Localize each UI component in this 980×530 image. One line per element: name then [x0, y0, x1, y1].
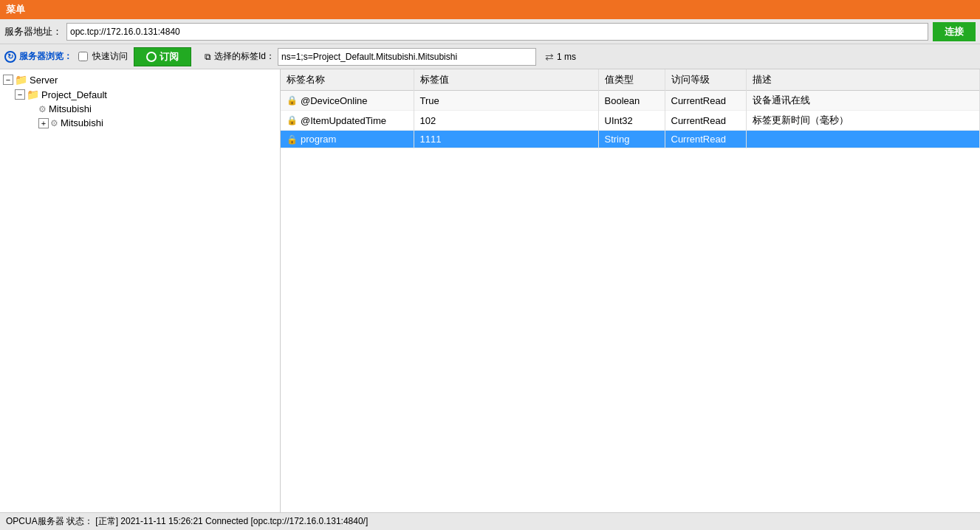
interval-icon: ⇄	[545, 51, 554, 63]
tag-name-text: program	[301, 134, 336, 145]
table-body: 🔒 @DeviceOnline True Boolean CurrentRead…	[281, 91, 980, 148]
status-label: OPCUA服务器 状态： [正常] 2021-11-11 15:26:21 Co…	[6, 515, 368, 528]
connect-button[interactable]: 连接	[933, 22, 976, 41]
address-input[interactable]	[66, 23, 928, 41]
tag-name-text: @DeviceOnline	[301, 95, 368, 106]
tag-id-label-text: 选择的标签Id：	[214, 50, 275, 63]
toolbar: ↻ 服务器浏览： 快速访问 订阅 ⧉ 选择的标签Id： ⇄ 1 ms	[0, 44, 980, 69]
table-row[interactable]: 🔒 @ItemUpdatedTime 102 UInt32 CurrentRea…	[281, 111, 980, 131]
cell-type: String	[598, 131, 665, 148]
interval-value: 1 ms	[557, 52, 576, 62]
cell-access: CurrentRead	[665, 111, 746, 131]
tag-id-input[interactable]	[278, 48, 536, 66]
node-icon: ⚙	[38, 104, 47, 114]
cell-name: 🔒 program	[281, 131, 414, 148]
col-header-desc: 描述	[746, 69, 980, 91]
subscribe-icon	[146, 52, 157, 62]
cell-type: UInt32	[598, 111, 665, 131]
tree-item-project-default[interactable]: −📁Project_Default	[0, 87, 280, 102]
expand-icon[interactable]: −	[15, 89, 25, 100]
address-bar: 服务器地址： 连接	[0, 19, 980, 44]
server-browser-section: ↻ 服务器浏览：	[4, 50, 72, 63]
lock-icon: 🔒	[287, 115, 298, 125]
lock-icon: 🔒	[287, 134, 298, 145]
main-content: −📁Server−📁Project_Default⚙Mitsubishi+⚙Mi…	[0, 69, 980, 512]
quick-access-checkbox[interactable]	[78, 52, 88, 61]
title-bar: 菜单	[0, 0, 980, 19]
tag-name-text: @ItemUpdatedTime	[301, 115, 386, 126]
tree-item-mitsubishi-child[interactable]: +⚙Mitsubishi	[0, 116, 280, 130]
table-row[interactable]: 🔒 program 1111 String CurrentRead	[281, 131, 980, 148]
folder-icon: 📁	[27, 89, 39, 100]
tree-label: Mitsubishi	[49, 103, 92, 114]
refresh-icon[interactable]: ↻	[4, 51, 16, 63]
expand-icon[interactable]: −	[3, 75, 13, 85]
address-label: 服务器地址：	[4, 25, 62, 38]
quick-access-label: 快速访问	[92, 50, 128, 63]
subscribe-label: 订阅	[160, 50, 179, 63]
tree-label: Project_Default	[41, 89, 107, 100]
col-header-type: 值类型	[598, 69, 665, 91]
tree-item-mitsubishi-parent[interactable]: ⚙Mitsubishi	[0, 102, 280, 116]
status-bar: OPCUA服务器 状态： [正常] 2021-11-11 15:26:21 Co…	[0, 512, 980, 530]
node-icon: ⚙	[50, 118, 58, 128]
cell-type: Boolean	[598, 91, 665, 111]
tree-label: Mitsubishi	[61, 117, 103, 128]
server-browser-label-text: 服务器浏览：	[19, 50, 72, 63]
cell-desc: 标签更新时间（毫秒）	[746, 111, 980, 131]
cell-desc	[746, 131, 980, 148]
interval-display: ⇄ 1 ms	[545, 51, 576, 63]
col-header-name: 标签名称	[281, 69, 414, 91]
lock-icon: 🔒	[287, 95, 298, 106]
table-header-row: 标签名称 标签值 值类型 访问等级 描述	[281, 69, 980, 91]
tag-id-section: ⧉ 选择的标签Id：	[205, 48, 536, 66]
cell-access: CurrentRead	[665, 91, 746, 111]
cell-name: 🔒 @DeviceOnline	[281, 91, 414, 111]
cell-value: 102	[414, 111, 598, 131]
col-header-access: 访问等级	[665, 69, 746, 91]
folder-icon: 📁	[15, 74, 27, 86]
cell-value: True	[414, 91, 598, 111]
title-label: 菜单	[6, 3, 25, 16]
left-panel-tree: −📁Server−📁Project_Default⚙Mitsubishi+⚙Mi…	[0, 69, 281, 512]
tree-label: Server	[30, 75, 58, 86]
tree-item-server[interactable]: −📁Server	[0, 72, 280, 87]
data-table: 标签名称 标签值 值类型 访问等级 描述 🔒 @DeviceOnline Tru…	[281, 69, 980, 148]
expand-icon[interactable]: +	[38, 118, 49, 128]
cell-name: 🔒 @ItemUpdatedTime	[281, 111, 414, 131]
col-header-value: 标签值	[414, 69, 598, 91]
cell-value: 1111	[414, 131, 598, 148]
tag-id-copy-icon: ⧉	[205, 52, 211, 62]
table-row[interactable]: 🔒 @DeviceOnline True Boolean CurrentRead…	[281, 91, 980, 111]
cell-access: CurrentRead	[665, 131, 746, 148]
right-panel-table: 标签名称 标签值 值类型 访问等级 描述 🔒 @DeviceOnline Tru…	[281, 69, 980, 512]
quick-access-checkbox-section: 快速访问	[78, 50, 128, 63]
subscribe-button[interactable]: 订阅	[134, 47, 191, 66]
cell-desc: 设备通讯在线	[746, 91, 980, 111]
